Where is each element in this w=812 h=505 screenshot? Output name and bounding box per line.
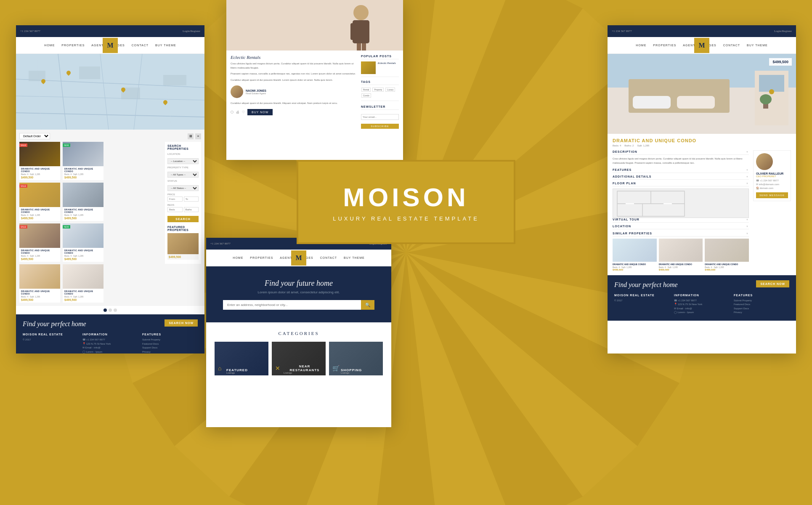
property-type-select[interactable]: -- All Types -- [167,172,199,178]
location-select[interactable]: -- Location -- [167,158,199,164]
similar-prop-1[interactable]: Dramatic and unique condo Beds: 4 · Sqft… [613,239,657,271]
shopping-icon: 🛒 [332,365,340,372]
print-icon[interactable]: 🖨 [236,110,239,114]
virtual-tour-header[interactable]: VIRTUAL TOUR [613,218,749,223]
sort-select[interactable]: Default Order [19,133,50,139]
property-card-7[interactable]: DRAMATIC AND UNIQUE CONDO Beds: 4 · Sqft… [19,264,60,303]
search-submit-btn[interactable]: SEARCH [167,216,199,222]
similar-prop-img-2 [659,239,703,262]
grid-view-icon[interactable]: ⊞ [188,133,194,139]
svg-rect-46 [633,96,671,109]
newsletter-input[interactable] [361,114,399,120]
hero-search-input[interactable] [223,300,361,309]
price-from-input[interactable] [167,197,183,202]
center-nav-home[interactable]: HOME [233,256,243,259]
blog-para-3: Curabitur aliquet quam id dui posuere bl… [231,78,357,82]
tag-condo[interactable]: Condo [361,93,371,98]
status-select[interactable]: -- All Status -- [167,185,199,191]
right-footer-col-2: INFORMATION ☎ +1 234 567 8977 📍 123 N.75… [674,294,730,315]
property-card-5[interactable]: SALE DRAMATIC AND UNIQUE CONDO Beds: 4 ·… [19,223,60,262]
listings-toolbar: Default Order ⊞ ≡ [19,133,201,139]
right-nav-buy[interactable]: BUY THEME [747,44,768,47]
left-panel: +1 234 567 8977 Login/Register HOME PROP… [16,25,204,354]
right-footer-col-text-1: © 2017 [614,299,670,303]
share-icon[interactable]: ⬡ [231,110,234,114]
nav-contact[interactable]: CONTACT [132,44,149,47]
card-meta-5: Beds: 4 · Sqft: 1,295 [21,255,58,257]
category-restaurants[interactable]: ✕ NEAR RESTAURANTS Listings [272,342,326,375]
dot-3[interactable] [114,308,117,312]
bookmark-icon[interactable]: ♡ [242,110,245,114]
hero-search-btn[interactable]: 🔍 [361,300,374,310]
card-meta-3: Beds: 4 · Sqft: 1,295 [21,214,58,216]
baths-input[interactable] [184,207,199,212]
author-name: NAOMI JONES [246,89,266,92]
svg-line-30 [16,113,204,117]
svg-rect-41 [357,43,361,50]
dot-1[interactable] [103,308,107,312]
right-nav-home[interactable]: HOME [636,44,646,47]
card-name-7: DRAMATIC AND UNIQUE CONDO [21,290,58,295]
footer-col-title-2: INFORMATION [82,333,138,336]
card-name-2: DRAMATIC AND UNIQUE CONDO [64,167,102,173]
property-card-3[interactable]: SALE DRAMATIC AND UNIQUE CONDO Beds: 4 ·… [19,183,60,221]
similar-prop-img-1 [613,239,657,262]
nav-buy[interactable]: BUY THEME [155,44,176,47]
nav-home[interactable]: HOME [44,44,55,47]
right-footer-col-1: MOISON REAL ESTATE © 2017 [614,294,670,315]
floor-plan-img [613,189,749,218]
map-roads-svg [16,54,204,130]
shopping-sub: Listings [341,372,349,374]
featured-prop-1[interactable]: $499,500 [167,233,199,260]
tag-property[interactable]: Property [372,88,384,92]
category-shopping[interactable]: 🛒 SHOPPING Listings [329,342,383,375]
logo-box[interactable]: M [103,38,118,53]
property-card-4[interactable]: DRAMATIC AND UNIQUE CONDO Beds: 4 · Sqft… [63,183,103,221]
right-footer-col-text-2: ☎ +1 234 567 8977 📍 123 N.75 St New York… [674,299,730,315]
svg-rect-40 [350,23,357,40]
center-logo-box[interactable]: M [291,250,306,266]
property-card-1[interactable]: SALE DRAMATIC AND UNIQUE CONDO Beds: 4 ·… [19,142,60,180]
prop-sqft: Sqft: 1,295 [637,144,649,147]
right-logo-box[interactable]: M [694,38,709,53]
contact-btn[interactable]: SEND MESSAGE [756,192,788,198]
property-card-6[interactable]: NEW DRAMATIC AND UNIQUE CONDO Beds: 4 · … [63,223,103,262]
dot-2[interactable] [109,308,112,312]
property-card-2[interactable]: NEW DRAMATIC AND UNIQUE CONDO Beds: 4 · … [63,142,103,180]
beds-input[interactable] [167,207,183,212]
popular-posts-title: POPULAR POSTS [361,55,399,59]
blog-title: Eclectic Rentals [231,55,357,60]
buy-now-btn[interactable]: BUY NOW [247,109,273,115]
right-phone: +1 234 567 8977 [612,29,632,33]
left-phone: +1 234 567 8977 [20,29,40,33]
similar-prop-2[interactable]: Dramatic and unique condo Beds: 4 · Sqft… [659,239,703,271]
nav-properties[interactable]: PROPERTIES [61,44,85,47]
card-info-1: DRAMATIC AND UNIQUE CONDO Beds: 4 · Sqft… [19,166,60,180]
right-search-now-btn[interactable]: SEARCH NOW [756,280,789,287]
features-header[interactable]: FEATURES [613,168,749,173]
center-bottom-main-nav: HOME PROPERTIES AGENTS M PAGES CONTACT B… [206,250,391,266]
center-nav-contact[interactable]: CONTACT [320,256,337,259]
similar-prop-3[interactable]: Dramatic and unique condo Beds: 4 · Sqft… [705,239,749,271]
tag-luxury[interactable]: Luxury [385,88,395,92]
tag-rental[interactable]: Rental [361,88,371,92]
svg-line-28 [100,54,109,130]
right-nav-properties[interactable]: PROPERTIES [653,44,676,47]
description-header[interactable]: DESCRIPTION [613,150,749,155]
newsletter-btn[interactable]: SUBSCRIBE [361,124,399,129]
additional-header[interactable]: ADDITIONAL DETAILS [613,175,749,180]
property-card-8[interactable]: DRAMATIC AND UNIQUE CONDO Beds: 4 · Sqft… [63,264,103,303]
center-nav-properties[interactable]: PROPERTIES [250,256,273,259]
category-featured[interactable]: ⌂ FEATURED Listings [215,342,268,375]
center-nav-buy[interactable]: BUY THEME [344,256,365,259]
right-nav-contact[interactable]: CONTACT [723,44,740,47]
price-to-input[interactable] [184,197,199,202]
svg-rect-55 [651,191,685,204]
popular-post-1[interactable]: Eclectic Rentals [361,61,399,74]
left-search-now-btn[interactable]: SEARCH NOW [165,319,198,327]
floor-plan-header[interactable]: FLOOR PLAN [613,182,749,186]
location-header[interactable]: LOCATION [613,225,749,229]
list-view-icon[interactable]: ≡ [195,133,201,139]
right-dark-footer: Find your perfect home SEARCH NOW MOISON… [608,275,796,321]
card-meta-6: Beds: 4 · Sqft: 1,295 [64,255,102,257]
